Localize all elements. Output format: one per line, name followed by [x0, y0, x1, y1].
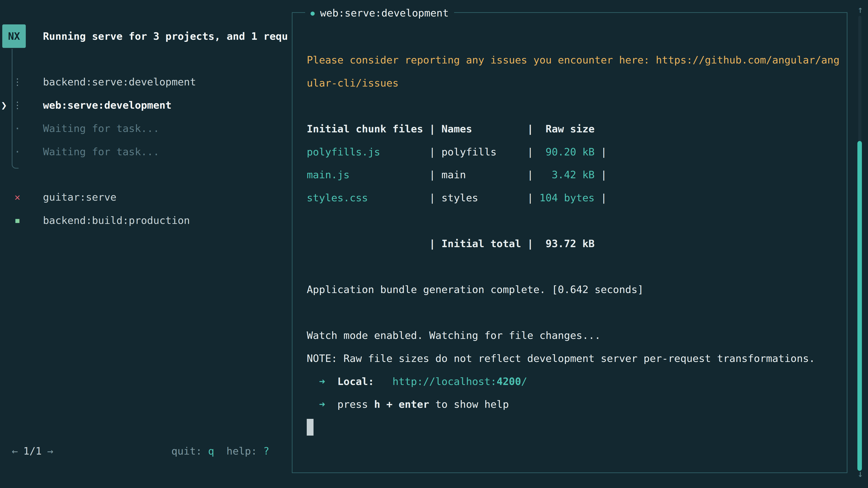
- task-row-waiting-1[interactable]: · Waiting for task...: [0, 117, 290, 140]
- column-separator: | polyfills |: [380, 146, 539, 158]
- task-label: backend:serve:development: [43, 76, 196, 88]
- page-indicator: 1/1: [23, 445, 41, 457]
- help-hint-label: help:: [226, 445, 264, 457]
- scroll-up-button[interactable]: ↑: [855, 4, 866, 15]
- scrollbar-thumb[interactable]: [857, 141, 862, 471]
- help-text: press: [337, 398, 374, 410]
- chunk-file: styles.css: [307, 192, 368, 204]
- column-separator: |: [594, 169, 607, 181]
- warning-text: Please consider reporting any issues you…: [307, 54, 839, 66]
- chunk-file: polyfills.js: [307, 146, 380, 158]
- note-text: NOTE: Raw file sizes do not reflect deve…: [307, 352, 815, 364]
- task-row-backend-serve[interactable]: ⋮ backend:serve:development: [0, 70, 290, 93]
- notice-line-1: Please consider reporting any issues you…: [307, 48, 839, 72]
- watch-mode-line: Watch mode enabled. Watching for file ch…: [307, 324, 839, 347]
- chunk-row-polyfills: polyfills.js | polyfills | 90.20 kB |: [307, 140, 839, 163]
- task-label: web:serve:development: [43, 99, 172, 111]
- task-label: guitar:serve: [43, 191, 116, 203]
- arrow-icon: ➜: [307, 398, 337, 410]
- blank-line: [307, 255, 839, 278]
- keyboard-shortcuts: quit: q help: ?: [171, 439, 270, 463]
- pagination: ← 1/1 →: [12, 439, 53, 463]
- url-suffix: /: [521, 376, 527, 387]
- chunk-row-styles: styles.css | styles | 104 bytes |: [307, 186, 839, 209]
- help-keys: h + enter: [374, 398, 429, 410]
- warning-text: ular-cli/issues: [307, 77, 399, 89]
- output-panel: ● web:serve:development Please consider …: [292, 12, 847, 473]
- chunk-size: 3.42 kB: [539, 169, 595, 181]
- panel-title: ● web:serve:development: [305, 5, 454, 21]
- bundle-complete-text: Application bundle generation complete. …: [307, 284, 644, 295]
- quit-key: q: [208, 445, 214, 457]
- blank-line: [307, 209, 839, 232]
- column-separator: |: [594, 146, 607, 158]
- task-row-backend-build[interactable]: ■ backend:build:production: [0, 209, 290, 232]
- nx-logo: NX: [2, 24, 26, 48]
- quit-hint-label: quit:: [171, 445, 208, 457]
- column-separator: | styles |: [368, 192, 539, 204]
- prev-page-button[interactable]: ←: [12, 445, 18, 457]
- waiting-dot-icon: ·: [12, 123, 23, 134]
- local-url-line: ➜ Local: http://localhost:4200/: [307, 370, 839, 393]
- task-sidebar: NX Running serve for 3 projects, and 1 r…: [0, 0, 292, 488]
- next-page-button[interactable]: →: [47, 445, 53, 457]
- gap: [374, 376, 393, 387]
- localhost-link[interactable]: http://localhost:4200/: [393, 376, 527, 387]
- status-dot-icon: ●: [311, 9, 315, 17]
- task-label: Waiting for task...: [43, 146, 159, 158]
- watch-mode-text: Watch mode enabled. Watching for file ch…: [307, 329, 600, 341]
- failed-cross-icon: ✕: [12, 192, 23, 203]
- notice-line-2: ular-cli/issues: [307, 72, 839, 95]
- terminal-cursor: [307, 419, 313, 435]
- task-label: backend:build:production: [43, 215, 190, 226]
- note-line: NOTE: Raw file sizes do not reflect deve…: [307, 347, 839, 370]
- blank-line: [307, 301, 839, 324]
- table-header: Initial chunk files | Names | Raw size: [307, 118, 839, 140]
- column-separator: | main |: [350, 169, 539, 181]
- nx-tui-screen: NX Running serve for 3 projects, and 1 r…: [0, 0, 868, 488]
- arrow-icon: ➜: [307, 376, 337, 387]
- column-separator: |: [594, 192, 607, 204]
- selection-caret-icon: ❯: [1, 99, 7, 111]
- success-square-icon: ■: [12, 217, 23, 224]
- chunk-file: main.js: [307, 169, 350, 181]
- shortcut-separator: [214, 445, 226, 457]
- task-row-waiting-2[interactable]: · Waiting for task...: [0, 140, 290, 163]
- url-prefix: http://localhost:: [393, 376, 497, 387]
- table-header-text: Initial chunk files | Names | Raw size: [307, 123, 594, 135]
- total-row-text: | Initial total | 93.72 kB: [307, 238, 594, 250]
- scroll-down-button[interactable]: ↓: [855, 468, 866, 479]
- bundle-complete-line: Application bundle generation complete. …: [307, 278, 839, 301]
- cursor-line: [307, 416, 839, 439]
- panel-title-text: web:serve:development: [320, 7, 449, 19]
- sidebar-title: Running serve for 3 projects, and 1 requ: [43, 24, 290, 48]
- help-text: to show help: [429, 398, 509, 410]
- chunk-row-main: main.js | main | 3.42 kB |: [307, 163, 839, 186]
- help-hint-line: ➜ press h + enter to show help: [307, 393, 839, 416]
- chunk-size: 90.20 kB: [539, 146, 595, 158]
- chunk-size: 104 bytes: [539, 192, 595, 204]
- url-port: 4200: [497, 376, 521, 387]
- terminal-output: Please consider reporting any issues you…: [307, 48, 839, 439]
- spinner-icon: ⋮: [12, 76, 23, 87]
- blank-line: [307, 94, 839, 118]
- total-row: | Initial total | 93.72 kB: [307, 232, 839, 255]
- spinner-icon: ⋮: [12, 100, 23, 110]
- help-key: ?: [263, 445, 269, 457]
- local-label: Local:: [337, 376, 374, 387]
- waiting-dot-icon: ·: [12, 146, 23, 158]
- task-row-web-serve[interactable]: ❯ ⋮ web:serve:development: [0, 94, 290, 117]
- task-label: Waiting for task...: [43, 123, 159, 134]
- task-row-guitar-serve[interactable]: ✕ guitar:serve: [0, 186, 290, 208]
